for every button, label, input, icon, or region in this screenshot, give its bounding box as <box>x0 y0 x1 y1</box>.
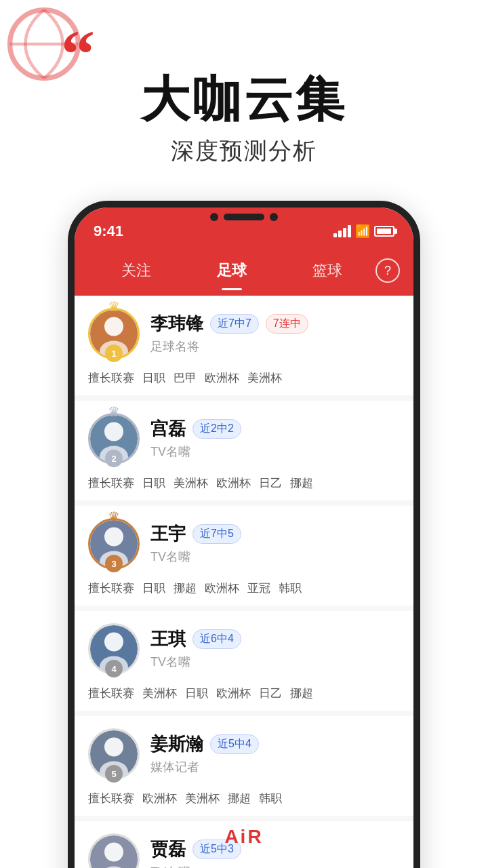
status-time: 9:41 <box>94 222 123 240</box>
avatar-wrapper: 4 <box>88 623 140 675</box>
league-tag: 日乙 <box>259 475 282 491</box>
expert-leagues: 擅长联赛日职美洲杯欧洲杯日乙挪超 <box>88 475 400 491</box>
league-tag: 擅长联赛 <box>88 791 134 806</box>
league-tag: 日职 <box>142 475 165 491</box>
league-tag: 擅长联赛 <box>88 580 134 596</box>
promo-title: 大咖云集 <box>141 75 347 123</box>
list-item: 5 姜斯瀚 近5中4 媒体记者 擅长联赛欧洲杯美洲杯挪超韩职 <box>75 716 413 816</box>
battery-icon <box>374 226 394 237</box>
avatar-wrapper: ♛ 1 <box>88 308 140 359</box>
league-tag: 巴甲 <box>174 370 197 386</box>
notch-speaker <box>224 214 264 220</box>
league-tag: 挪超 <box>290 475 313 491</box>
league-tag: 欧洲杯 <box>216 475 251 491</box>
signal-icon <box>333 225 351 237</box>
expert-info: 李玮锋 近7中77连中 足球名将 <box>150 312 400 356</box>
stat-tag: 7连中 <box>266 314 308 334</box>
expert-info: 贾磊 近5中3 TV名嘴 <box>150 837 400 869</box>
avatar-wrapper: ♛ 3 <box>88 518 140 570</box>
crown-icon: ♛ <box>108 509 120 525</box>
notch-camera <box>210 213 218 221</box>
league-tag: 美洲杯 <box>174 475 208 491</box>
crown-icon: ♛ <box>108 298 120 315</box>
list-item: 4 王琪 近6中4 TV名嘴 擅长联赛美洲杯日职欧洲杯日乙挪超 <box>75 611 413 711</box>
rank-badge: 2 <box>105 450 123 467</box>
expert-name-row: 李玮锋 近7中77连中 <box>150 312 400 336</box>
league-tag: 欧洲杯 <box>142 791 177 806</box>
league-tag: 美洲杯 <box>142 686 177 701</box>
league-tag: 韩职 <box>279 580 302 596</box>
expert-name: 王琪 <box>150 627 186 651</box>
league-tag: 欧洲杯 <box>205 370 239 386</box>
expert-leagues: 擅长联赛日职巴甲欧洲杯美洲杯 <box>88 370 400 386</box>
help-button[interactable]: ? <box>375 258 400 283</box>
expert-role: 媒体记者 <box>150 759 400 775</box>
status-icons: 📶 <box>333 224 394 239</box>
league-tag: 挪超 <box>174 580 197 596</box>
expert-name: 李玮锋 <box>150 312 203 336</box>
expert-name: 贾磊 <box>150 837 186 861</box>
expert-leagues: 擅长联赛欧洲杯美洲杯挪超韩职 <box>88 791 400 806</box>
expert-name-row: 姜斯瀚 近5中4 <box>150 732 400 756</box>
nav-tabs: 关注 足球 篮球 ? <box>75 255 413 296</box>
league-tag: 挪超 <box>290 686 313 701</box>
expert-name: 宫磊 <box>150 417 186 441</box>
tab-soccer[interactable]: 足球 <box>184 255 279 286</box>
league-tag: 挪超 <box>228 791 251 806</box>
expert-name-row: 宫磊 近2中2 <box>150 417 400 441</box>
basketball-decoration <box>7 7 81 81</box>
svg-point-3 <box>104 317 123 336</box>
notch <box>210 213 278 221</box>
expert-role: TV名嘴 <box>150 443 400 460</box>
league-tag: 日职 <box>142 580 165 596</box>
expert-leagues: 擅长联赛美洲杯日职欧洲杯日乙挪超 <box>88 686 400 701</box>
expert-name: 姜斯瀚 <box>150 732 203 756</box>
tab-follow[interactable]: 关注 <box>88 255 184 286</box>
notch-sensor <box>270 213 278 221</box>
status-bar: 9:41 📶 <box>75 208 413 255</box>
stat-tag: 近7中5 <box>192 524 241 544</box>
league-tag: 擅长联赛 <box>88 686 134 701</box>
rank-badge: 5 <box>105 765 123 783</box>
league-tag: 日职 <box>142 370 165 386</box>
league-tag: 美洲杯 <box>185 791 220 806</box>
list-item: ♛ 2 宫磊 近2中2 TV名嘴 擅长联赛日职美洲杯欧洲杯日乙挪超 <box>75 401 413 500</box>
crown-icon: ♛ <box>108 403 120 420</box>
stat-tag: 近6中4 <box>192 629 241 649</box>
stat-tag: 近2中2 <box>192 419 241 439</box>
stat-tag: 近7中7 <box>210 314 259 334</box>
stat-tag: 近5中4 <box>210 734 259 754</box>
expert-header: ♛ 1 李玮锋 近7中77连中 足球名将 <box>88 308 400 359</box>
league-tag: 欧洲杯 <box>216 686 251 701</box>
list-item: ♛ 3 王宇 近7中5 TV名嘴 擅长联赛日职挪超欧洲杯亚冠韩职 <box>75 506 413 606</box>
expert-role: TV名嘴 <box>150 549 400 565</box>
tab-basketball[interactable]: 篮球 <box>280 255 375 286</box>
svg-point-6 <box>104 422 123 441</box>
league-tag: 亚冠 <box>247 580 270 596</box>
expert-list: ♛ 1 李玮锋 近7中77连中 足球名将 擅长联赛日职巴甲欧洲杯美洲杯 <box>75 296 413 868</box>
rank-badge: 4 <box>105 660 123 677</box>
league-tag: 欧洲杯 <box>205 580 239 596</box>
expert-header: ♛ 2 宫磊 近2中2 TV名嘴 <box>88 413 400 465</box>
expert-name-row: 王宇 近7中5 <box>150 522 400 546</box>
expert-info: 王宇 近7中5 TV名嘴 <box>150 522 400 566</box>
expert-header: ♛ 3 王宇 近7中5 TV名嘴 <box>88 518 400 570</box>
league-tag: 美洲杯 <box>247 370 282 386</box>
expert-info: 姜斯瀚 近5中4 媒体记者 <box>150 732 400 776</box>
league-tag: 日职 <box>185 686 208 701</box>
expert-header: 4 王琪 近6中4 TV名嘴 <box>88 623 400 675</box>
phone-mockup: 9:41 📶 关注 足球 <box>68 201 420 868</box>
rank-badge: 1 <box>105 344 123 362</box>
expert-leagues: 擅长联赛日职挪超欧洲杯亚冠韩职 <box>88 580 400 596</box>
expert-info: 宫磊 近2中2 TV名嘴 <box>150 417 400 461</box>
list-item: ♛ 1 李玮锋 近7中77连中 足球名将 擅长联赛日职巴甲欧洲杯美洲杯 <box>75 296 413 395</box>
svg-point-12 <box>104 633 123 652</box>
league-tag: 擅长联赛 <box>88 370 134 386</box>
air-label: AiR <box>224 826 263 848</box>
expert-header: 5 姜斯瀚 近5中4 媒体记者 <box>88 728 400 780</box>
avatar-wrapper: ♛ 2 <box>88 413 140 465</box>
svg-point-15 <box>104 738 123 757</box>
promo-subtitle: 深度预测分析 <box>0 136 488 167</box>
league-tag: 韩职 <box>259 791 282 806</box>
avatar-wrapper: 6 <box>88 833 140 868</box>
